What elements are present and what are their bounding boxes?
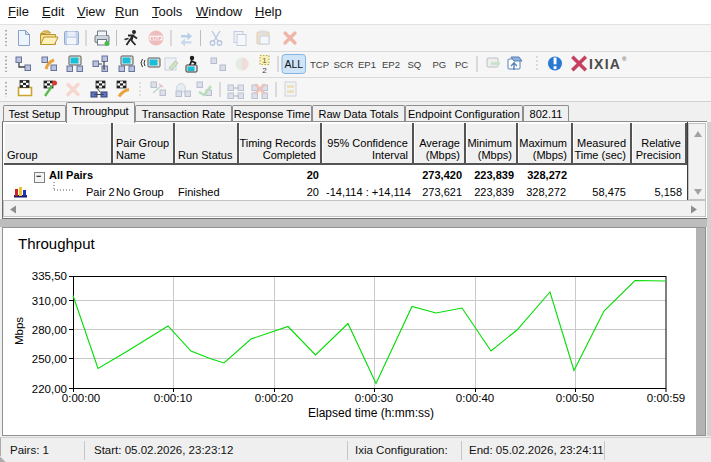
svg-text:2: 2: [262, 66, 267, 75]
svg-text:0:00:20: 0:00:20: [255, 392, 293, 404]
svg-text:335,50: 335,50: [32, 270, 67, 282]
svg-text:250,00: 250,00: [32, 353, 67, 365]
svg-text:STOP: STOP: [151, 36, 162, 41]
svg-text:Throughput: Throughput: [18, 235, 96, 252]
svg-text:0:00:30: 0:00:30: [355, 392, 393, 404]
svg-text:PC: PC: [455, 59, 468, 70]
svg-text:280,00: 280,00: [32, 324, 67, 336]
svg-text:Mbps: Mbps: [13, 317, 25, 345]
svg-text:0:00:50: 0:00:50: [556, 392, 594, 404]
svg-text:EP2: EP2: [382, 59, 400, 70]
svg-text:0:00:00: 0:00:00: [62, 392, 100, 404]
svg-text:TCP: TCP: [310, 59, 329, 70]
svg-text:SCR: SCR: [334, 59, 354, 70]
svg-text:0:00:40: 0:00:40: [456, 392, 494, 404]
svg-text:Elapsed time (h:mm:ss): Elapsed time (h:mm:ss): [308, 406, 434, 420]
svg-text:310,00: 310,00: [32, 295, 67, 307]
svg-text:IXIA: IXIA: [589, 56, 621, 72]
svg-text:PG: PG: [433, 59, 447, 70]
svg-text:1: 1: [262, 56, 267, 65]
svg-text:0:00:59: 0:00:59: [647, 392, 685, 404]
svg-text:EP1: EP1: [358, 59, 376, 70]
svg-text:®: ®: [622, 56, 627, 62]
svg-text:0:00:10: 0:00:10: [154, 392, 192, 404]
svg-text:ALL: ALL: [284, 58, 303, 70]
svg-text:SQ: SQ: [408, 59, 422, 70]
